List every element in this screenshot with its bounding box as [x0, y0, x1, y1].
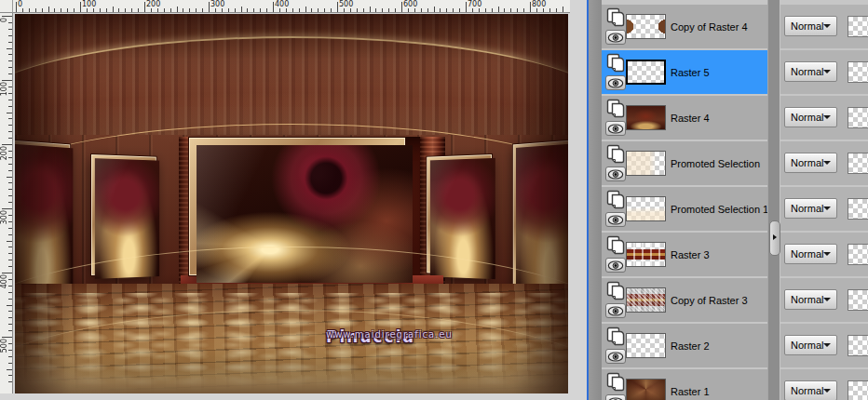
layer-row[interactable]: Copy of Raster 4 Normal	[602, 5, 868, 48]
blend-mode-value: Normal	[791, 66, 823, 77]
layer-thumbnail[interactable]	[626, 196, 666, 221]
blend-mode-value: Normal	[791, 385, 823, 396]
layers-palette: Copy of Raster 4 Normal Raster 5 Normal	[587, 0, 868, 400]
layer-row[interactable]: Copy of Raster 3 Normal	[602, 278, 868, 322]
layer-name: Copy of Raster 4	[671, 21, 748, 33]
chevron-down-icon	[823, 298, 831, 301]
layer-row-right: Normal	[780, 278, 868, 322]
blend-mode-dropdown[interactable]: Normal	[784, 380, 837, 400]
layer-visibility-toggle[interactable]	[605, 394, 626, 400]
layer-row-left[interactable]: Promoted Selection 1	[602, 187, 769, 231]
layer-name: Raster 4	[671, 113, 710, 124]
layer-visibility-toggle[interactable]	[605, 30, 626, 45]
layer-visibility-toggle[interactable]	[605, 121, 626, 136]
raster-layer-icon	[606, 7, 625, 27]
layer-name: Raster 2	[671, 340, 710, 352]
layer-thumbnail[interactable]	[626, 60, 666, 85]
ruler-vertical: 0100200300400500	[0, 12, 13, 393]
layer-row-right: Normal	[780, 233, 868, 276]
layer-row-right: Normal	[780, 96, 868, 140]
chevron-down-icon	[823, 24, 831, 28]
layer-row-left[interactable]: Copy of Raster 3	[602, 278, 769, 322]
layer-thumbnail[interactable]	[626, 333, 666, 358]
blend-mode-value: Normal	[791, 112, 823, 123]
layer-thumbnail[interactable]	[626, 242, 666, 267]
blend-mode-dropdown[interactable]: Normal	[784, 61, 837, 82]
layer-row[interactable]: Raster 3 Normal	[602, 233, 868, 276]
layer-visibility-toggle[interactable]	[605, 349, 626, 364]
layer-row-left[interactable]: Raster 1	[602, 369, 769, 400]
layer-thumbnail[interactable]	[626, 287, 666, 313]
raster-layer-icon	[606, 99, 625, 118]
blend-mode-dropdown[interactable]: Normal	[784, 289, 837, 310]
layer-row-right: Normal	[780, 141, 868, 185]
layer-row[interactable]: Promoted Selection 1 Normal	[602, 187, 868, 231]
layer-name: Copy of Raster 3	[671, 295, 748, 306]
chevron-down-icon	[823, 389, 831, 393]
blend-mode-dropdown[interactable]: Normal	[784, 107, 837, 127]
layer-row-left[interactable]: Raster 2	[602, 324, 769, 367]
blend-mode-value: Normal	[791, 248, 823, 260]
chevron-down-icon	[823, 161, 831, 165]
layer-extra-thumbnail	[848, 244, 868, 265]
layer-name: Raster 5	[671, 67, 710, 78]
layer-visibility-toggle[interactable]	[605, 212, 626, 227]
layer-extra-thumbnail	[848, 16, 868, 37]
layer-row-left[interactable]: Copy of Raster 4	[602, 5, 769, 48]
blend-mode-dropdown[interactable]: Normal	[784, 153, 837, 173]
layer-extra-thumbnail	[848, 198, 868, 220]
layer-thumbnail[interactable]	[626, 379, 666, 400]
layer-row-right: Normal	[780, 187, 868, 231]
layer-row-left[interactable]: Raster 3	[602, 233, 769, 276]
layer-extra-thumbnail	[848, 380, 868, 400]
layer-row-left[interactable]: Raster 5	[602, 50, 769, 94]
canvas-image[interactable]: Pinuccia www.maidiregrafica.eu	[15, 14, 568, 393]
layer-name: Raster 3	[671, 249, 710, 260]
raster-layer-icon	[606, 372, 625, 392]
layer-row-left[interactable]: Raster 4	[602, 96, 769, 140]
layer-visibility-toggle[interactable]	[605, 303, 626, 318]
layer-thumbnail[interactable]	[626, 105, 666, 130]
layer-name: Promoted Selection 1	[671, 204, 768, 215]
layer-thumbnail[interactable]	[626, 14, 666, 39]
blend-mode-value: Normal	[791, 340, 823, 351]
ruler-corner	[0, 0, 13, 13]
layer-extra-thumbnail	[848, 153, 868, 174]
layer-extra-thumbnail	[848, 289, 868, 311]
blend-mode-dropdown[interactable]: Normal	[784, 244, 837, 264]
chevron-down-icon	[823, 207, 831, 210]
blend-mode-dropdown[interactable]: Normal	[784, 335, 837, 355]
layer-visibility-toggle[interactable]	[605, 167, 626, 181]
chevron-down-icon	[823, 70, 831, 73]
chevron-down-icon	[823, 343, 831, 347]
layer-visibility-toggle[interactable]	[605, 258, 626, 273]
blend-mode-dropdown[interactable]: Normal	[784, 198, 837, 219]
layer-row[interactable]: Raster 5 Normal	[602, 50, 868, 94]
layer-row-right: Normal	[780, 5, 868, 48]
panel-splitter-handle[interactable]	[769, 220, 780, 256]
raster-layer-icon	[606, 53, 625, 73]
blend-mode-value: Normal	[791, 157, 823, 168]
raster-layer-icon	[606, 281, 625, 300]
layer-row[interactable]: Raster 1 Normal	[602, 369, 868, 400]
layer-name: Raster 1	[671, 386, 710, 397]
layer-thumbnail[interactable]	[626, 151, 666, 176]
blend-mode-value: Normal	[791, 203, 823, 214]
blend-mode-dropdown[interactable]: Normal	[784, 16, 837, 36]
chevron-down-icon	[823, 252, 831, 256]
layer-row-left[interactable]: Promoted Selection	[602, 141, 769, 185]
chevron-down-icon	[823, 115, 831, 119]
layer-row[interactable]: Raster 4 Normal	[602, 96, 868, 140]
layer-name: Promoted Selection	[671, 158, 760, 169]
panel-grip[interactable]	[589, 0, 603, 400]
blend-mode-value: Normal	[791, 20, 823, 32]
signature-website: www.maidiregrafica.eu	[326, 329, 453, 340]
layer-row[interactable]: Raster 2 Normal	[602, 324, 868, 367]
raster-layer-icon	[606, 144, 625, 164]
raster-layer-icon	[606, 190, 625, 209]
layer-extra-thumbnail	[848, 335, 868, 356]
layer-row-right: Normal	[780, 369, 868, 400]
app-window: { "app": { "background": "#d5d5d5" }, "r…	[0, 0, 868, 400]
layer-row[interactable]: Promoted Selection Normal	[602, 141, 868, 185]
layer-visibility-toggle[interactable]	[605, 75, 626, 90]
